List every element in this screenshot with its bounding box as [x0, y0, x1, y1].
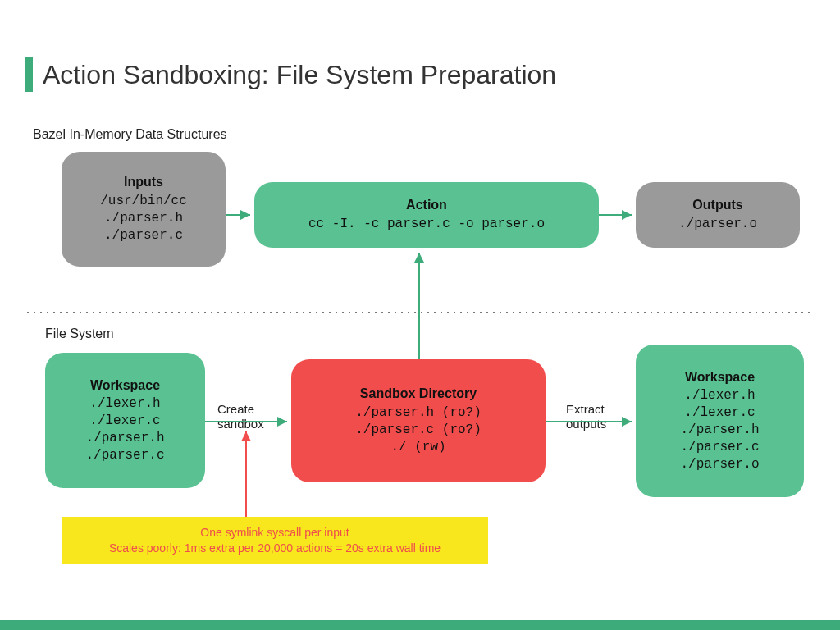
section-label-bottom: File System	[45, 326, 114, 341]
box-action: Action cc -I. -c parser.c -o parser.o	[254, 182, 599, 248]
note-callout: One symlink syscall per input Scales poo…	[62, 517, 488, 564]
box-sandbox-head: Sandbox Directory	[360, 386, 477, 403]
box-workspace-before-body: ./lexer.h ./lexer.c ./parser.h ./parser.…	[85, 395, 164, 463]
box-workspace-after: Workspace ./lexer.h ./lexer.c ./parser.h…	[636, 345, 804, 497]
box-action-head: Action	[406, 197, 447, 214]
section-label-top: Bazel In-Memory Data Structures	[33, 127, 227, 142]
box-sandbox: Sandbox Directory ./parser.h (ro?) ./par…	[291, 359, 546, 482]
arrow-note-pointer	[241, 427, 258, 518]
box-workspace-before-head: Workspace	[90, 377, 160, 395]
footer-accent-bar	[0, 620, 840, 630]
box-sandbox-body: ./parser.h (ro?) ./parser.c (ro?) ./ (rw…	[355, 404, 482, 455]
title-accent-bar	[25, 57, 33, 92]
box-outputs: Outputs ./parser.o	[636, 182, 800, 248]
box-inputs: Inputs /usr/bin/cc ./parser.h ./parser.c	[62, 152, 226, 267]
title-text: Action Sandboxing: File System Preparati…	[43, 60, 556, 90]
box-action-body: cc -I. -c parser.c -o parser.o	[308, 216, 545, 233]
note-line2: Scales poorly: 1ms extra per 20,000 acti…	[75, 541, 475, 556]
note-line1: One symlink syscall per input	[75, 525, 475, 541]
edge-label-create: Create sandbox	[217, 402, 264, 431]
arrow-inputs-action	[226, 210, 255, 226]
arrow-action-outputs	[599, 210, 637, 226]
box-workspace-before: Workspace ./lexer.h ./lexer.c ./parser.h…	[45, 353, 205, 488]
box-inputs-head: Inputs	[124, 174, 163, 191]
box-workspace-after-head: Workspace	[685, 369, 755, 386]
edge-label-extract: Extract outputs	[566, 402, 606, 431]
slide-title: Action Sandboxing: File System Preparati…	[25, 57, 556, 92]
box-outputs-head: Outputs	[692, 197, 742, 214]
box-outputs-body: ./parser.o	[678, 216, 757, 233]
divider-dotted	[25, 312, 815, 313]
box-inputs-body: /usr/bin/cc ./parser.h ./parser.c	[100, 193, 187, 244]
arrow-sandbox-action	[414, 248, 431, 363]
box-workspace-after-body: ./lexer.h ./lexer.c ./parser.h ./parser.…	[680, 387, 759, 472]
